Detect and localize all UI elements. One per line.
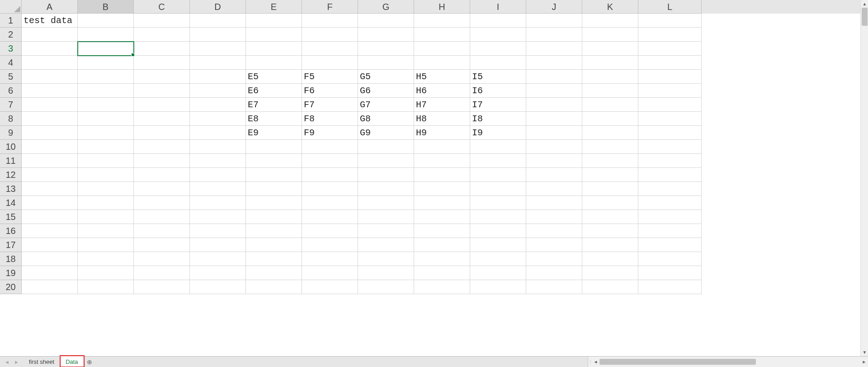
cell-A16[interactable] <box>22 224 78 238</box>
cell-H6[interactable]: H6 <box>414 84 470 98</box>
cell-H13[interactable] <box>414 182 470 196</box>
cell-B12[interactable] <box>78 168 134 182</box>
cell-L19[interactable] <box>638 266 702 280</box>
cell-I17[interactable] <box>470 238 526 252</box>
scroll-left-arrow[interactable]: ◄ <box>592 358 599 366</box>
cell-E5[interactable]: E5 <box>246 70 302 84</box>
cell-D14[interactable] <box>190 196 246 210</box>
cell-D20[interactable] <box>190 280 246 294</box>
cell-I16[interactable] <box>470 224 526 238</box>
cell-C1[interactable] <box>134 14 190 28</box>
cell-G16[interactable] <box>358 224 414 238</box>
cell-C5[interactable] <box>134 70 190 84</box>
cell-J17[interactable] <box>526 238 582 252</box>
cell-L15[interactable] <box>638 210 702 224</box>
cell-E8[interactable]: E8 <box>246 112 302 126</box>
cell-C11[interactable] <box>134 154 190 168</box>
cell-L3[interactable] <box>638 42 702 56</box>
cell-D12[interactable] <box>190 168 246 182</box>
cell-I4[interactable] <box>470 56 526 70</box>
cell-I2[interactable] <box>470 28 526 42</box>
cell-H15[interactable] <box>414 210 470 224</box>
column-header-B[interactable]: B <box>78 0 134 14</box>
cell-I8[interactable]: I8 <box>470 112 526 126</box>
cell-B9[interactable] <box>78 126 134 140</box>
column-header-A[interactable]: A <box>22 0 78 14</box>
cell-B10[interactable] <box>78 140 134 154</box>
cell-C2[interactable] <box>134 28 190 42</box>
cell-C20[interactable] <box>134 280 190 294</box>
cell-B20[interactable] <box>78 280 134 294</box>
cell-A9[interactable] <box>22 126 78 140</box>
cell-F10[interactable] <box>302 140 358 154</box>
cell-H20[interactable] <box>414 280 470 294</box>
cell-F2[interactable] <box>302 28 358 42</box>
cell-H5[interactable]: H5 <box>414 70 470 84</box>
row-header-12[interactable]: 12 <box>0 168 22 182</box>
cell-B6[interactable] <box>78 84 134 98</box>
cell-L16[interactable] <box>638 224 702 238</box>
cell-F8[interactable]: F8 <box>302 112 358 126</box>
cell-J7[interactable] <box>526 98 582 112</box>
cell-B8[interactable] <box>78 112 134 126</box>
cell-F12[interactable] <box>302 168 358 182</box>
cell-D5[interactable] <box>190 70 246 84</box>
cell-G8[interactable]: G8 <box>358 112 414 126</box>
hscroll-grip-icon[interactable]: ⋮ <box>588 359 592 364</box>
cell-G13[interactable] <box>358 182 414 196</box>
cell-L10[interactable] <box>638 140 702 154</box>
cell-A17[interactable] <box>22 238 78 252</box>
cell-A19[interactable] <box>22 266 78 280</box>
column-header-G[interactable]: G <box>358 0 414 14</box>
row-header-15[interactable]: 15 <box>0 210 22 224</box>
cell-D13[interactable] <box>190 182 246 196</box>
cell-F16[interactable] <box>302 224 358 238</box>
cell-L12[interactable] <box>638 168 702 182</box>
cell-H14[interactable] <box>414 196 470 210</box>
cell-C10[interactable] <box>134 140 190 154</box>
cell-G14[interactable] <box>358 196 414 210</box>
horizontal-scroll-track[interactable] <box>599 359 860 365</box>
cell-H12[interactable] <box>414 168 470 182</box>
cell-K6[interactable] <box>582 84 638 98</box>
cell-H8[interactable]: H8 <box>414 112 470 126</box>
cell-E13[interactable] <box>246 182 302 196</box>
cell-G3[interactable] <box>358 42 414 56</box>
cell-E18[interactable] <box>246 252 302 266</box>
vertical-scroll-thumb[interactable] <box>862 8 868 26</box>
cell-I7[interactable]: I7 <box>470 98 526 112</box>
cell-K5[interactable] <box>582 70 638 84</box>
cell-G10[interactable] <box>358 140 414 154</box>
cell-F13[interactable] <box>302 182 358 196</box>
tab-nav-next-icon[interactable]: ► <box>14 359 19 365</box>
cell-J14[interactable] <box>526 196 582 210</box>
cell-A2[interactable] <box>22 28 78 42</box>
cell-J16[interactable] <box>526 224 582 238</box>
cell-F5[interactable]: F5 <box>302 70 358 84</box>
cell-C12[interactable] <box>134 168 190 182</box>
row-header-18[interactable]: 18 <box>0 252 22 266</box>
cell-J8[interactable] <box>526 112 582 126</box>
cell-L2[interactable] <box>638 28 702 42</box>
cell-J15[interactable] <box>526 210 582 224</box>
cell-H7[interactable]: H7 <box>414 98 470 112</box>
cell-J20[interactable] <box>526 280 582 294</box>
cell-F11[interactable] <box>302 154 358 168</box>
cell-E15[interactable] <box>246 210 302 224</box>
cell-K15[interactable] <box>582 210 638 224</box>
cell-I6[interactable]: I6 <box>470 84 526 98</box>
cell-B13[interactable] <box>78 182 134 196</box>
cell-J4[interactable] <box>526 56 582 70</box>
cell-L14[interactable] <box>638 196 702 210</box>
cell-E17[interactable] <box>246 238 302 252</box>
cell-D4[interactable] <box>190 56 246 70</box>
cell-I18[interactable] <box>470 252 526 266</box>
cell-D6[interactable] <box>190 84 246 98</box>
cell-K14[interactable] <box>582 196 638 210</box>
cell-F6[interactable]: F6 <box>302 84 358 98</box>
cell-E6[interactable]: E6 <box>246 84 302 98</box>
cell-C13[interactable] <box>134 182 190 196</box>
cell-L9[interactable] <box>638 126 702 140</box>
cell-L6[interactable] <box>638 84 702 98</box>
cell-G18[interactable] <box>358 252 414 266</box>
